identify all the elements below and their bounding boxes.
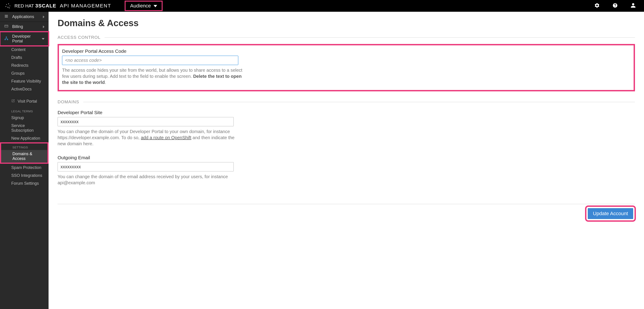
- main-layout: Applications Billing Developer Portal: [0, 12, 644, 309]
- sidebar-item-signup[interactable]: Signup: [0, 114, 48, 122]
- sitemap-icon: [4, 36, 8, 41]
- section-domains: DOMAINS: [58, 99, 635, 104]
- sidebar-item-sso-integrations[interactable]: SSO Integrations: [0, 172, 48, 180]
- sidebar-item-label: Developer Portal: [12, 34, 38, 43]
- settings-domains-highlight: Settings Domains & Access: [0, 142, 48, 164]
- context-dropdown-label: Audience: [130, 3, 151, 9]
- svg-rect-7: [7, 39, 8, 40]
- page-title: Domains & Access: [58, 18, 635, 28]
- outgoing-email-group: Outgoing Email You can change the domain…: [58, 155, 635, 186]
- brand: RED HAT 3SCALE API MANAGEMENT: [4, 2, 111, 9]
- header-right: [594, 3, 640, 9]
- access-code-group: Developer Portal Access Code The access …: [58, 44, 635, 91]
- outgoing-email-input[interactable]: [58, 162, 234, 171]
- sidebar: Applications Billing Developer Portal: [0, 12, 48, 309]
- portal-site-input[interactable]: [58, 117, 234, 126]
- svg-rect-5: [6, 36, 7, 37]
- update-account-button[interactable]: Update Account: [588, 208, 633, 219]
- sidebar-item-visit-portal[interactable]: Visit Portal: [0, 96, 48, 106]
- brand-redhat: RED HAT: [14, 3, 34, 8]
- content-area: Domains & Access ACCESS CONTROL Develope…: [48, 12, 644, 309]
- sidebar-item-domains-access[interactable]: Domains & Access: [1, 150, 48, 163]
- sidebar-item-label: Applications: [12, 14, 34, 19]
- portal-site-group: Developer Portal Site You can change the…: [58, 110, 635, 147]
- context-dropdown[interactable]: Audience: [125, 1, 162, 11]
- brand-text: RED HAT 3SCALE API MANAGEMENT: [14, 3, 111, 9]
- svg-rect-0: [5, 15, 8, 15]
- sidebar-item-service-subscription[interactable]: Service Subscription: [0, 122, 48, 134]
- svg-rect-2: [5, 17, 8, 17]
- sidebar-item-applications[interactable]: Applications: [0, 12, 48, 22]
- outgoing-email-help: You can change the domain of the email a…: [58, 174, 243, 186]
- access-code-input[interactable]: [62, 56, 238, 65]
- portal-site-help: You can change the domain of your Develo…: [58, 129, 243, 147]
- developer-portal-submenu: Content Drafts Redirects Groups Feature …: [0, 46, 48, 93]
- applications-icon: [4, 14, 8, 19]
- brand-3scale: 3SCALE: [35, 3, 56, 9]
- sidebar-item-forum-settings[interactable]: Forum Settings: [0, 180, 48, 187]
- settings-submenu-top: Domains & Access: [1, 150, 48, 163]
- brand-api-mgmt: API MANAGEMENT: [60, 3, 111, 9]
- sidebar-item-billing[interactable]: Billing: [0, 22, 48, 31]
- sidebar-item-label: Billing: [12, 24, 23, 29]
- sidebar-item-label: Visit Portal: [18, 99, 37, 104]
- sidebar-item-redirects[interactable]: Redirects: [0, 61, 48, 69]
- svg-rect-6: [5, 39, 6, 40]
- outgoing-email-label: Outgoing Email: [58, 155, 635, 160]
- chevron-right-icon: [43, 15, 44, 18]
- chevron-down-icon: [154, 5, 157, 7]
- sidebar-subhead-settings: Settings: [1, 143, 48, 150]
- section-rule: [83, 102, 635, 102]
- openshift-route-link[interactable]: add a route on OpenShift: [141, 135, 192, 140]
- user-icon[interactable]: [630, 3, 636, 9]
- sidebar-item-drafts[interactable]: Drafts: [0, 54, 48, 61]
- section-rule: [104, 37, 635, 38]
- gear-icon[interactable]: [594, 3, 600, 9]
- sidebar-item-content[interactable]: Content: [0, 46, 48, 54]
- settings-submenu-rest: Spam Protection SSO Integrations Forum S…: [0, 164, 48, 187]
- portal-site-label: Developer Portal Site: [58, 110, 635, 115]
- sidebar-subhead-legal-terms: Legal Terms: [0, 106, 48, 114]
- help-text-post: .: [105, 80, 106, 85]
- section-label: DOMAINS: [58, 99, 79, 104]
- chevron-down-icon: [42, 38, 44, 40]
- sidebar-item-groups[interactable]: Groups: [0, 69, 48, 77]
- top-header: RED HAT 3SCALE API MANAGEMENT Audience: [0, 0, 644, 12]
- help-icon[interactable]: [612, 3, 618, 9]
- sidebar-item-new-application[interactable]: New Application: [0, 134, 48, 142]
- brand-logo-icon: [4, 2, 11, 9]
- access-code-label: Developer Portal Access Code: [62, 48, 630, 54]
- svg-rect-4: [5, 26, 8, 26]
- billing-icon: [4, 24, 8, 29]
- legal-terms-submenu: Signup Service Subscription New Applicat…: [0, 114, 48, 142]
- sidebar-item-developer-portal[interactable]: Developer Portal: [0, 32, 48, 46]
- footer-actions: Update Account: [58, 204, 635, 219]
- sidebar-item-feature-visibility[interactable]: Feature Visibility: [0, 77, 48, 85]
- access-code-help: The access code hides your site from the…: [62, 67, 247, 85]
- section-label: ACCESS CONTROL: [58, 35, 100, 40]
- chevron-right-icon: [43, 25, 44, 28]
- sidebar-item-spam-protection[interactable]: Spam Protection: [0, 164, 48, 172]
- section-access-control: ACCESS CONTROL: [58, 35, 635, 40]
- external-link-icon: [11, 99, 15, 104]
- sidebar-item-activedocs[interactable]: ActiveDocs: [0, 85, 48, 93]
- svg-rect-1: [5, 16, 8, 17]
